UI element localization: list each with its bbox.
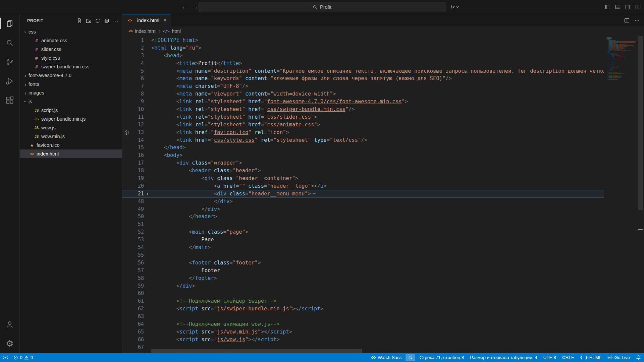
notifications-bell[interactable] <box>633 353 644 362</box>
toggle-sidebar-right-button[interactable] <box>625 4 631 10</box>
code-line-58[interactable]: 58</footer> <box>122 275 644 282</box>
minimap[interactable] <box>604 36 637 353</box>
code-line-1[interactable]: 1<!DOCTYPE html> <box>122 37 644 44</box>
problems-indicator[interactable]: 0 0 <box>10 353 36 362</box>
command-center-search[interactable]: Profit <box>199 2 445 12</box>
activitybar-run-debug[interactable] <box>0 71 19 90</box>
collapse-all-button[interactable] <box>104 18 109 23</box>
code-line-6[interactable]: 6<meta name="keywords" content="ключевые… <box>122 75 644 82</box>
tree-item-animate.css[interactable]: #animate.css <box>20 36 122 45</box>
tree-item-css[interactable]: ›css <box>20 27 122 36</box>
code-line-57[interactable]: 57Footer <box>122 267 644 275</box>
go-live-button[interactable]: Go Live <box>604 353 633 362</box>
close-tab-button[interactable]: × <box>163 17 166 23</box>
tree-item-script.js[interactable]: JSscript.js <box>20 106 122 115</box>
encoding-indicator[interactable]: UTF-8 <box>540 353 559 362</box>
toggle-panel-button[interactable] <box>615 4 621 10</box>
tree-item-font-awesome-4.7.0[interactable]: ›font-awesome-4.7.0 <box>20 71 122 80</box>
activitybar-search[interactable] <box>0 33 19 52</box>
code-line-56[interactable]: 56<footer class="footer"> <box>122 259 644 267</box>
code-line-61[interactable]: 61<!--Подключаем слайдер Swiper--> <box>122 297 644 305</box>
settings-button[interactable]: ⚙ <box>0 334 19 353</box>
code-line-12[interactable]: 12<link rel="stylesheet" href="css/anima… <box>122 121 644 129</box>
activitybar-extensions[interactable] <box>0 90 19 110</box>
code-line-54[interactable]: 54</main> <box>122 244 644 251</box>
code-line-14[interactable]: 14<link href="css/style.css" rel="styles… <box>122 136 644 144</box>
code-line-55[interactable]: 55 <box>122 251 644 259</box>
split-editor-button[interactable] <box>624 18 630 23</box>
code-line-53[interactable]: 53Page <box>122 236 644 244</box>
fold-chevron-icon[interactable]: › <box>144 190 151 198</box>
explorer-section-header[interactable]: PROFIT ⋯ <box>20 14 122 27</box>
explorer-more-actions[interactable]: ⋯ <box>113 18 119 24</box>
code-line-5[interactable]: 5<meta name="description" content="Кратк… <box>122 67 644 75</box>
activitybar-explorer[interactable] <box>0 14 19 33</box>
code-line-2[interactable]: 2<html lang="ru"> <box>122 44 644 52</box>
code-line-13[interactable]: 13<link href="favicon.ico" rel="icon"> <box>122 129 644 136</box>
code-line-48[interactable]: 48</div> <box>122 198 644 205</box>
vertical-scrollbar[interactable] <box>637 36 644 353</box>
tab-index-html[interactable]: <> index.html × <box>122 14 171 26</box>
history-forward-button[interactable]: → <box>192 3 199 11</box>
tree-item-style.css[interactable]: #style.css <box>20 54 122 62</box>
code-line-20[interactable]: 20<a href="" class="header__logo"></a> <box>122 182 644 190</box>
tree-item-images[interactable]: ›images <box>20 88 122 97</box>
code-line-66[interactable]: 66<script src="js/wow.js"></script> <box>122 336 644 344</box>
customize-layout-button[interactable] <box>635 4 641 10</box>
code-line-4[interactable]: 4<title>Profit</title> <box>122 60 644 67</box>
code-line-16[interactable]: 16<body> <box>122 152 644 159</box>
code-line-18[interactable]: 18<header class="header"> <box>122 167 644 175</box>
cursor-position[interactable]: Строка 71, столбец 8 <box>416 353 467 362</box>
editor-more-actions[interactable]: ⋯ <box>634 17 640 23</box>
tree-item-slider.css[interactable]: #slider.css <box>20 45 122 54</box>
tree-item-favicon.ico[interactable]: ★favicon.ico <box>20 141 122 149</box>
code-line-64[interactable]: 64<!--Подключаем анимации wow.js--> <box>122 320 644 328</box>
code-line-51[interactable]: 51 <box>122 221 644 228</box>
new-file-button[interactable] <box>77 18 82 23</box>
code-line-19[interactable]: 19<div class="header__container"> <box>122 175 644 182</box>
code-editor[interactable]: 1<!DOCTYPE html>2<html lang="ru">3<head>… <box>122 36 644 353</box>
code-line-49[interactable]: 49</div> <box>122 205 644 213</box>
activitybar-source-control[interactable] <box>0 52 19 71</box>
zoom-indicator[interactable] <box>406 354 415 361</box>
code-line-60[interactable]: 60 <box>122 290 644 297</box>
tree-item-wow.min.js[interactable]: JSwow.min.js <box>20 132 122 141</box>
code-line-52[interactable]: 52<main class="page"> <box>122 228 644 236</box>
horizontal-scrollbar-thumb[interactable] <box>151 349 362 353</box>
code-line-11[interactable]: 11<link rel="stylesheet" href="css/slide… <box>122 113 644 121</box>
eol-indicator[interactable]: CRLF <box>559 353 577 362</box>
new-folder-button[interactable] <box>86 18 91 23</box>
code-line-50[interactable]: 50</header> <box>122 213 644 221</box>
code-line-62[interactable]: 62<script src="js/swiper-bundle.min.js">… <box>122 305 644 313</box>
account-button[interactable] <box>0 315 19 334</box>
tree-item-index.html[interactable]: <>index.html <box>20 149 122 158</box>
remote-indicator[interactable]: >< <box>0 353 10 362</box>
code-line-15[interactable]: 15</head> <box>122 144 644 152</box>
code-line-21[interactable]: 21›<div class="header__menu menu">⋯ <box>122 190 644 198</box>
breadcrumb-symbol[interactable]: html <box>172 28 180 34</box>
tree-item-wow.js[interactable]: JSwow.js <box>20 123 122 132</box>
tree-item-js[interactable]: ›js <box>20 97 122 106</box>
code-line-10[interactable]: 10<link rel="stylesheet" href="css/swipe… <box>122 106 644 113</box>
code-line-63[interactable]: 63 <box>122 313 644 320</box>
tree-item-swiper-bundle.min.js[interactable]: JSswiper-bundle.min.js <box>20 115 122 123</box>
code-line-17[interactable]: 17<div class="wrapper"> <box>122 159 644 167</box>
refresh-button[interactable] <box>95 18 100 23</box>
horizontal-scrollbar[interactable] <box>122 349 604 353</box>
code-line-65[interactable]: 65<script src="js/wow.min.js"></script> <box>122 328 644 336</box>
toggle-sidebar-left-button[interactable] <box>605 4 610 10</box>
history-back-button[interactable]: ← <box>181 3 187 11</box>
language-mode[interactable]: { }HTML <box>577 353 604 362</box>
code-line-59[interactable]: 59</div> <box>122 282 644 290</box>
vertical-scrollbar-thumb[interactable] <box>638 36 643 210</box>
repository-sync-button[interactable] <box>450 0 459 14</box>
watch-sass-button[interactable]: Watch Sass <box>368 353 405 362</box>
tab-size-indicator[interactable]: Размер интервала табуляции: 4 <box>467 353 540 362</box>
tree-item-fonts[interactable]: ›fonts <box>20 80 122 88</box>
code-line-9[interactable]: 9<link rel="stylesheet" href="font-aweso… <box>122 98 644 106</box>
breadcrumb-file[interactable]: index.html <box>135 28 156 34</box>
code-line-3[interactable]: 3<head> <box>122 52 644 60</box>
code-line-7[interactable]: 7<meta charset="UTF-8"/> <box>122 82 644 90</box>
tree-item-swiper-bundle.min.css[interactable]: #swiper-bundle.min.css <box>20 62 122 71</box>
code-line-8[interactable]: 8<meta name="viewport" content="width=de… <box>122 90 644 98</box>
